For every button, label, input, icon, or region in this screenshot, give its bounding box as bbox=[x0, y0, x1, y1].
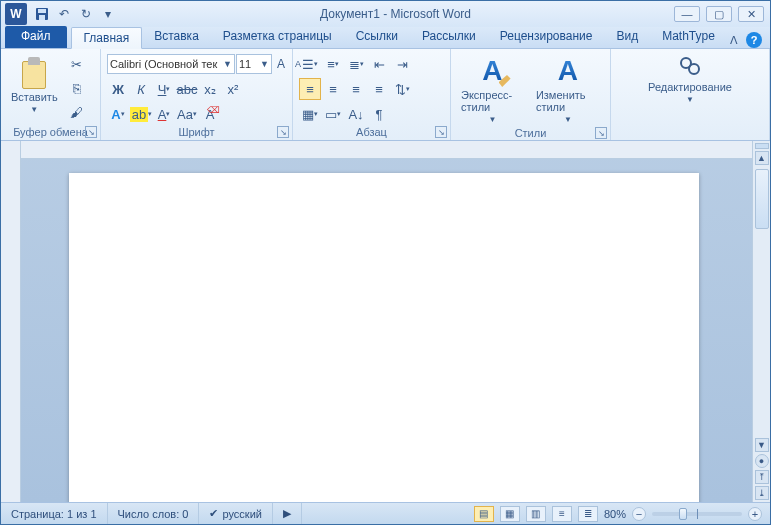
zoom-out-button[interactable]: − bbox=[632, 507, 646, 521]
font-size-select[interactable]: 11▼ bbox=[236, 54, 272, 74]
tab-mailings[interactable]: Рассылки bbox=[410, 26, 488, 48]
align-left-button[interactable]: ≡ bbox=[299, 78, 321, 100]
tab-home[interactable]: Главная bbox=[71, 27, 143, 49]
bullets-button[interactable]: ☰▾ bbox=[299, 53, 321, 75]
decrease-indent-icon[interactable]: ⇤ bbox=[368, 53, 390, 75]
tab-layout[interactable]: Разметка страницы bbox=[211, 26, 344, 48]
maximize-button[interactable]: ▢ bbox=[706, 6, 732, 22]
launcher-icon[interactable]: ↘ bbox=[435, 126, 447, 138]
save-icon[interactable] bbox=[33, 5, 51, 23]
outline-view-icon[interactable]: ≡ bbox=[552, 506, 572, 522]
text-effects-button[interactable]: A▾ bbox=[107, 103, 129, 125]
align-center-button[interactable]: ≡ bbox=[322, 78, 344, 100]
scroll-up-icon[interactable]: ▲ bbox=[755, 151, 769, 165]
statusbar: Страница: 1 из 1 Число слов: 0 ✔русский … bbox=[1, 502, 770, 524]
quick-access-toolbar: ↶ ↻ ▾ bbox=[31, 5, 117, 23]
change-styles-label: Изменить стили bbox=[536, 89, 600, 113]
zoom-slider[interactable] bbox=[652, 512, 742, 516]
launcher-icon[interactable]: ↘ bbox=[85, 126, 97, 138]
print-layout-view-icon[interactable]: ▤ bbox=[474, 506, 494, 522]
clipboard-icon bbox=[19, 55, 49, 89]
launcher-icon[interactable]: ↘ bbox=[595, 127, 607, 139]
undo-icon[interactable]: ↶ bbox=[55, 5, 73, 23]
status-language[interactable]: ✔русский bbox=[199, 503, 272, 524]
paste-button[interactable]: Вставить ▼ bbox=[7, 53, 62, 116]
page[interactable] bbox=[69, 173, 699, 502]
spellcheck-icon: ✔ bbox=[209, 507, 218, 520]
collapse-ribbon-icon[interactable]: ᐱ bbox=[730, 34, 738, 47]
window-controls: ― ▢ ✕ bbox=[674, 6, 770, 22]
underline-button[interactable]: Ч▾ bbox=[153, 78, 175, 100]
group-label-editing bbox=[611, 125, 769, 140]
help-icon[interactable]: ? bbox=[746, 32, 762, 48]
zoom-knob[interactable] bbox=[679, 508, 687, 520]
multilevel-list-button[interactable]: ≣▾ bbox=[345, 53, 367, 75]
tab-review[interactable]: Рецензирование bbox=[488, 26, 605, 48]
vertical-scrollbar[interactable]: ▲ ▼ ● ⤒ ⤓ bbox=[752, 141, 770, 502]
italic-button[interactable]: К bbox=[130, 78, 152, 100]
change-styles-button[interactable]: A Изменить стили ▼ bbox=[532, 53, 604, 126]
borders-button[interactable]: ▭▾ bbox=[322, 103, 344, 125]
superscript-button[interactable]: x² bbox=[222, 78, 244, 100]
ribbon-tabs: Файл Главная Вставка Разметка страницы С… bbox=[1, 27, 770, 49]
browse-object-icon[interactable]: ● bbox=[755, 454, 769, 468]
split-handle[interactable] bbox=[755, 143, 769, 149]
grow-font-icon[interactable]: A bbox=[273, 53, 289, 75]
group-label-paragraph: Абзац↘ bbox=[293, 125, 450, 140]
scroll-thumb[interactable] bbox=[755, 169, 769, 229]
document-viewport[interactable] bbox=[21, 141, 752, 502]
qat-dropdown-icon[interactable]: ▾ bbox=[99, 5, 117, 23]
copy-icon[interactable]: ⎘ bbox=[66, 77, 88, 99]
ribbon: Вставить ▼ ✂ ⎘ 🖌 Буфер обмена↘ Calibri (… bbox=[1, 49, 770, 141]
status-words[interactable]: Число слов: 0 bbox=[108, 503, 200, 524]
draft-view-icon[interactable]: ≣ bbox=[578, 506, 598, 522]
justify-button[interactable]: ≡ bbox=[368, 78, 390, 100]
tab-file[interactable]: Файл bbox=[5, 26, 67, 48]
group-label-clipboard: Буфер обмена↘ bbox=[1, 125, 100, 140]
tab-mathtype[interactable]: MathType bbox=[650, 26, 727, 48]
launcher-icon[interactable]: ↘ bbox=[277, 126, 289, 138]
styles-icon: A bbox=[482, 55, 502, 87]
document-area: ▲ ▼ ● ⤒ ⤓ bbox=[1, 141, 770, 502]
bold-button[interactable]: Ж bbox=[107, 78, 129, 100]
window-title: Документ1 - Microsoft Word bbox=[117, 7, 674, 21]
line-spacing-button[interactable]: ⇅▾ bbox=[391, 78, 413, 100]
titlebar: W ↶ ↻ ▾ Документ1 - Microsoft Word ― ▢ ✕ bbox=[1, 1, 770, 27]
redo-icon[interactable]: ↻ bbox=[77, 5, 95, 23]
status-macro[interactable]: ▶ bbox=[273, 503, 302, 524]
tab-insert[interactable]: Вставка bbox=[142, 26, 211, 48]
scroll-down-icon[interactable]: ▼ bbox=[755, 438, 769, 452]
editing-button[interactable]: Редактирование ▼ bbox=[644, 53, 736, 106]
zoom-value[interactable]: 80% bbox=[604, 508, 626, 520]
shading-button[interactable]: ▦▾ bbox=[299, 103, 321, 125]
paste-label: Вставить bbox=[11, 91, 58, 103]
change-case-button[interactable]: Aa▾ bbox=[176, 103, 198, 125]
quick-styles-button[interactable]: A Экспресс-стили ▼ bbox=[457, 53, 528, 126]
format-painter-icon[interactable]: 🖌 bbox=[66, 101, 88, 123]
numbering-button[interactable]: ≡▾ bbox=[322, 53, 344, 75]
prev-page-icon[interactable]: ⤒ bbox=[755, 470, 769, 484]
font-color-button[interactable]: A▾ bbox=[153, 103, 175, 125]
show-marks-icon[interactable]: ¶ bbox=[368, 103, 390, 125]
clear-formatting-icon[interactable]: A⌫ bbox=[199, 103, 221, 125]
zoom-in-button[interactable]: + bbox=[748, 507, 762, 521]
cut-icon[interactable]: ✂ bbox=[66, 53, 88, 75]
tab-view[interactable]: Вид bbox=[604, 26, 650, 48]
highlight-button[interactable]: ab▾ bbox=[130, 103, 152, 125]
horizontal-ruler[interactable] bbox=[21, 141, 752, 159]
app-icon: W bbox=[5, 3, 27, 25]
subscript-button[interactable]: x₂ bbox=[199, 78, 221, 100]
vertical-ruler[interactable] bbox=[1, 141, 21, 502]
increase-indent-icon[interactable]: ⇥ bbox=[391, 53, 413, 75]
fullscreen-reading-view-icon[interactable]: ▦ bbox=[500, 506, 520, 522]
align-right-button[interactable]: ≡ bbox=[345, 78, 367, 100]
close-button[interactable]: ✕ bbox=[738, 6, 764, 22]
sort-icon[interactable]: A↓ bbox=[345, 103, 367, 125]
web-layout-view-icon[interactable]: ▥ bbox=[526, 506, 546, 522]
status-page[interactable]: Страница: 1 из 1 bbox=[1, 503, 108, 524]
next-page-icon[interactable]: ⤓ bbox=[755, 486, 769, 500]
minimize-button[interactable]: ― bbox=[674, 6, 700, 22]
tab-references[interactable]: Ссылки bbox=[344, 26, 410, 48]
font-name-select[interactable]: Calibri (Основной тек▼ bbox=[107, 54, 235, 74]
strikethrough-button[interactable]: abc bbox=[176, 78, 198, 100]
